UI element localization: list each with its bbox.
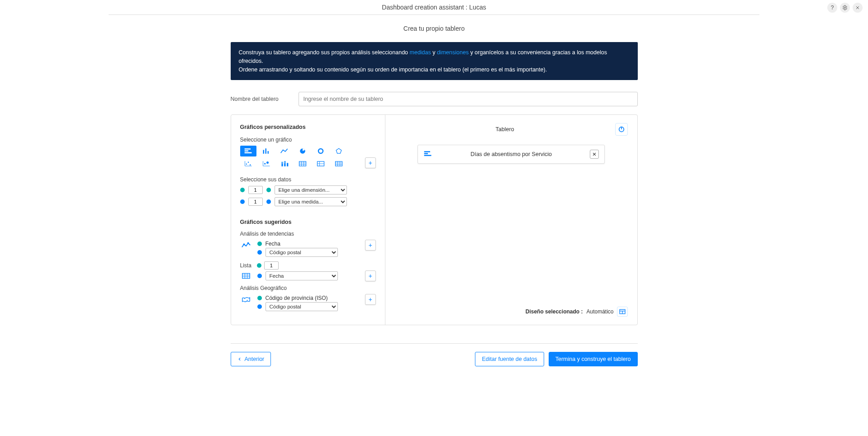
list-label: Lista <box>240 262 251 269</box>
svg-rect-26 <box>299 161 306 166</box>
svg-point-0 <box>844 7 846 9</box>
svg-rect-25 <box>287 163 288 167</box>
dashboard-card[interactable]: Días de absentismo por Servicio <box>417 145 604 164</box>
help-icon[interactable]: ? <box>827 3 837 13</box>
geo-map-icon <box>240 295 252 303</box>
measure-dot-icon <box>266 199 271 204</box>
svg-marker-11 <box>336 148 342 153</box>
chart-horizbar-icon[interactable] <box>240 146 256 156</box>
layout-icon[interactable] <box>617 307 628 317</box>
svg-point-46 <box>244 299 245 299</box>
trend-dim-dot-icon <box>257 242 262 246</box>
add-trend-chart-button[interactable]: + <box>365 240 376 251</box>
svg-rect-4 <box>244 151 248 152</box>
geo-measure-select[interactable]: Código postal <box>266 302 338 311</box>
svg-point-39 <box>243 244 245 246</box>
list-count-input[interactable] <box>264 261 279 270</box>
gear-icon[interactable] <box>840 3 850 13</box>
chart-type-grid <box>240 146 358 169</box>
chart-radar-icon[interactable] <box>331 146 347 156</box>
svg-rect-34 <box>335 161 342 166</box>
finish-build-button[interactable]: Termina y construye el tablero <box>549 352 638 366</box>
svg-point-20 <box>266 161 269 164</box>
edit-datasource-button[interactable]: Editar fuente de datos <box>475 352 544 366</box>
tablero-heading: Tablero <box>394 126 616 133</box>
subtitle: Crea tu propio tablero <box>0 15 868 42</box>
suggested-charts-heading: Gráficos sugeridos <box>240 219 376 225</box>
card-remove-button[interactable] <box>590 150 599 159</box>
add-list-chart-button[interactable]: + <box>365 270 376 281</box>
add-custom-chart-button[interactable]: + <box>365 157 376 168</box>
svg-point-19 <box>264 163 266 165</box>
info-banner: Construya su tablero agregando sus propi… <box>231 42 638 80</box>
dimension-count-input[interactable] <box>248 186 263 194</box>
chart-grid-icon[interactable] <box>331 158 347 169</box>
svg-rect-51 <box>424 153 428 154</box>
svg-rect-50 <box>424 151 430 152</box>
add-geo-chart-button[interactable]: + <box>365 294 376 305</box>
list-field-select[interactable]: Fecha <box>266 271 338 280</box>
dimensions-link[interactable]: dimensiones <box>437 49 469 56</box>
measure-indicator-icon <box>240 199 245 204</box>
design-value: Automático <box>586 308 613 315</box>
dimension-select[interactable]: Elige una dimensión... <box>275 185 347 194</box>
geo-dim-dot-icon <box>257 296 262 300</box>
chart-table-icon[interactable] <box>294 158 311 169</box>
list-dim-dot-icon <box>257 263 261 268</box>
geo-dim-value: Código de provincia (ISO) <box>266 295 328 301</box>
chart-stackedbar-icon[interactable] <box>276 158 293 169</box>
list-table-icon <box>240 272 252 280</box>
svg-point-40 <box>247 242 249 244</box>
svg-rect-24 <box>284 161 285 163</box>
page-title: Dashboard creation assistant : Lucas <box>7 4 861 11</box>
chart-scatter-icon[interactable] <box>240 158 256 169</box>
chart-pie-icon[interactable] <box>294 146 311 156</box>
svg-point-47 <box>247 300 247 301</box>
select-data-label: Seleccione sus datos <box>240 176 376 183</box>
dashboard-name-input[interactable] <box>299 92 638 106</box>
dashboard-name-label: Nombre del tablero <box>231 96 285 102</box>
svg-point-14 <box>246 164 247 165</box>
chart-bubble-icon[interactable] <box>258 158 275 169</box>
close-icon[interactable] <box>853 3 863 13</box>
svg-point-16 <box>249 165 251 166</box>
chart-line-icon[interactable] <box>276 146 293 156</box>
dimension-dot-icon <box>266 188 271 192</box>
trend-measure-select[interactable]: Código postal <box>266 248 338 257</box>
select-chart-label: Seleccione un gráfico <box>240 137 376 143</box>
svg-rect-22 <box>281 162 283 164</box>
measures-link[interactable]: medidas <box>410 49 431 56</box>
previous-button[interactable]: Anterior <box>231 352 271 366</box>
dimension-indicator-icon <box>240 188 245 192</box>
trend-label: Análisis de tendencias <box>240 231 376 237</box>
list-measure-dot-icon <box>257 274 262 278</box>
trend-line-icon <box>240 241 252 249</box>
card-title: Días de absentismo por Servicio <box>438 151 584 157</box>
custom-charts-heading: Gráficos personalizados <box>240 124 376 130</box>
svg-rect-8 <box>267 151 269 154</box>
chart-donut-icon[interactable] <box>313 146 329 156</box>
svg-rect-6 <box>263 150 264 154</box>
measure-count-input[interactable] <box>248 198 263 206</box>
trend-measure-dot-icon <box>257 250 262 255</box>
svg-rect-7 <box>265 148 266 154</box>
svg-rect-3 <box>244 148 250 150</box>
chart-bar-icon[interactable] <box>258 146 275 156</box>
svg-point-15 <box>247 162 249 163</box>
svg-rect-52 <box>424 155 432 156</box>
svg-rect-41 <box>242 274 250 279</box>
reset-icon[interactable] <box>615 123 628 136</box>
geo-label: Análisis Geográfico <box>240 285 376 291</box>
trend-dim-value: Fecha <box>266 241 280 247</box>
svg-point-10 <box>318 149 323 153</box>
design-label: Diseño seleccionado : <box>526 308 583 315</box>
measure-select[interactable]: Elige una medida... <box>275 197 347 206</box>
svg-rect-5 <box>244 152 251 154</box>
card-chart-icon <box>423 150 432 159</box>
geo-measure-dot-icon <box>257 304 262 309</box>
chart-pivot-icon[interactable] <box>313 158 329 169</box>
